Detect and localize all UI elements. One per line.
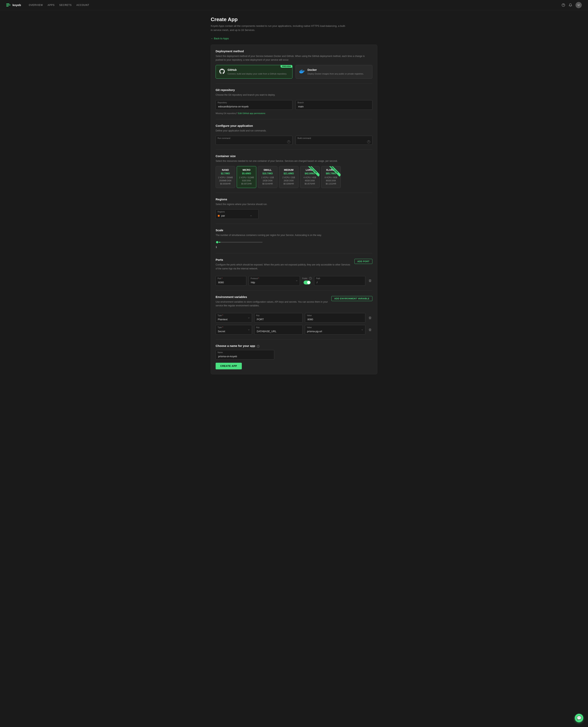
deploy-option-docker[interactable]: Docker Deploy Docker images from any pub… <box>296 65 372 79</box>
add-env-var-button[interactable]: ADD ENVIRONMENT VARIABLE <box>331 296 372 301</box>
build-command-input[interactable] <box>298 140 367 143</box>
size-option-medium[interactable]: MEDIUM $21.4/MO 2 VCPU / 2GB 20GB DISK $… <box>279 166 298 188</box>
port-field-wrap: Port <box>216 276 246 286</box>
nav-overview[interactable]: OVERVIEW <box>29 3 43 7</box>
github-icon <box>219 68 225 75</box>
env-var-row-1: Type Plaintext Secret Key Value prisma-p… <box>216 325 372 335</box>
run-command-field: ? <box>216 136 292 145</box>
size-option-nano[interactable]: NANO $2.7/MO 1 VCPU / 256MB 2500MB DISK … <box>216 166 235 188</box>
size-option-large[interactable]: COMING SOON LARGE $42.9/MO 4 VCPU / 4GB … <box>300 166 320 188</box>
env-value-select-1[interactable]: prisma-pg-url <box>305 325 365 335</box>
protocol-select[interactable]: http https tcp <box>249 276 300 286</box>
user-avatar[interactable]: U <box>575 2 582 8</box>
main-content: Create App Koyeb Apps contain all the co… <box>206 10 382 381</box>
configure-app-desc: Define your application build and run co… <box>216 129 372 133</box>
github-desc: Connect, build and deploy your code from… <box>228 72 287 76</box>
port-input[interactable] <box>216 276 246 286</box>
env-type-select-1[interactable]: Plaintext Secret <box>216 325 252 335</box>
public-label: Public ? <box>302 277 312 280</box>
docker-title: Docker <box>308 68 364 72</box>
build-command-help-icon[interactable]: ? <box>367 140 370 143</box>
app-name-section: Choose a name for your app ? Name CREATE… <box>216 344 372 369</box>
scale-slider[interactable] <box>216 242 262 243</box>
delete-env-var-1[interactable] <box>368 327 372 332</box>
size-name: SMALL <box>260 169 275 171</box>
nav-links: OVERVIEW APPS SECRETS ACCOUNT <box>29 3 562 7</box>
coming-soon-wrap: COMING SOON <box>329 166 340 178</box>
app-name-help-icon[interactable]: ? <box>257 345 259 348</box>
regions-select-wrap: Regions par <box>216 209 259 219</box>
chat-icon: 💬 <box>577 716 582 720</box>
nav-account[interactable]: ACCOUNT <box>77 3 89 7</box>
path-input[interactable] <box>314 276 365 286</box>
size-price: $5.4/MO <box>239 172 254 175</box>
size-vcpu: 1 VCPU / 512MB <box>239 176 254 179</box>
size-disk: 10GB DISK <box>260 179 275 182</box>
app-name-input[interactable] <box>216 350 274 360</box>
ports-header: Ports Configure the ports which should b… <box>216 258 372 274</box>
create-app-button[interactable]: CREATE APP <box>216 363 242 369</box>
env-key-input-1[interactable] <box>254 325 302 335</box>
public-toggle[interactable] <box>303 281 311 284</box>
toggle-knob <box>307 281 310 284</box>
container-size-options: NANO $2.7/MO 1 VCPU / 256MB 2500MB DISK … <box>216 166 372 188</box>
coming-soon-wrap: COMING SOON <box>308 166 319 178</box>
github-option-content: GitHub Connect, build and deploy your co… <box>228 68 287 76</box>
run-command-help-icon[interactable]: ? <box>287 140 290 143</box>
trash-icon <box>369 316 372 320</box>
scale-value: 1 <box>216 245 372 248</box>
page-subtitle: Koyeb Apps contain all the components ne… <box>211 24 348 32</box>
size-rate: $0.0576/HR <box>302 182 317 185</box>
edit-github-permissions-link[interactable]: Edit GitHub app permissions <box>238 112 265 115</box>
nav-secrets[interactable]: SECRETS <box>59 3 71 7</box>
env-vars-title: Environment variables <box>216 295 328 299</box>
size-disk: 20GB DISK <box>281 179 296 182</box>
git-repo-fields: Repository Branch <box>216 100 372 110</box>
env-key-input-0[interactable] <box>254 313 302 323</box>
scale-title: Scale <box>216 228 372 232</box>
size-option-xlarge[interactable]: COMING SOON XLARGE $85.7/MO 8 VCPU / 8GB… <box>321 166 341 188</box>
add-port-button[interactable]: ADD PORT <box>354 259 372 264</box>
deploy-option-github[interactable]: PREVIEW GitHub Connect, build and deploy… <box>216 65 292 79</box>
brand-name: koyeb <box>13 3 21 7</box>
build-command-field: ? <box>296 136 372 145</box>
docker-desc: Deploy Docker images from any public or … <box>308 72 364 76</box>
delete-port-button[interactable] <box>368 278 372 283</box>
container-size-desc: Select the resources needed to run one c… <box>216 159 372 163</box>
size-option-micro[interactable]: MICRO $5.4/MO 1 VCPU / 512MB 5GB DISK $0… <box>237 166 256 188</box>
public-help-icon[interactable]: ? <box>309 277 312 280</box>
public-field: Public ? <box>302 277 312 284</box>
repository-input[interactable] <box>216 100 292 110</box>
regions-field[interactable]: par <box>216 209 259 219</box>
size-disk: 80GB DISK <box>323 179 339 182</box>
size-vcpu: 1 VCPU / 1GB <box>260 176 275 179</box>
branch-input[interactable] <box>296 100 372 110</box>
protocol-field-wrap: Protocol http https tcp <box>249 276 300 286</box>
size-rate: $0.0036/HR <box>218 182 233 185</box>
preview-badge: PREVIEW <box>280 65 292 68</box>
env-value-input-0[interactable] <box>305 313 365 323</box>
bell-icon[interactable] <box>568 3 572 7</box>
chat-button[interactable]: 💬 <box>575 714 583 722</box>
env-type-wrap-0: Type Plaintext Secret <box>216 313 252 323</box>
logo[interactable]: koyeb <box>6 3 21 7</box>
help-icon[interactable] <box>562 3 565 7</box>
delete-env-var-0[interactable] <box>368 316 372 320</box>
regions-desc: Select the regions where your Service sh… <box>216 202 372 206</box>
missing-repo-text: Missing Git repository? Edit GitHub app … <box>216 112 372 115</box>
env-vars-section: Environment variables Use environment va… <box>216 295 372 335</box>
ports-desc: Configure the ports which should be expo… <box>216 263 351 270</box>
size-option-small[interactable]: SMALL $10.7/MO 1 VCPU / 1GB 10GB DISK $0… <box>258 166 277 188</box>
configure-app-title: Configure your application <box>216 124 372 127</box>
regions-section: Regions Select the regions where your Se… <box>216 198 372 219</box>
env-type-select-0[interactable]: Plaintext Secret <box>216 313 252 323</box>
env-key-wrap-0: Key <box>254 313 302 323</box>
run-command-input[interactable] <box>218 140 287 143</box>
size-vcpu: 1 VCPU / 256MB <box>218 176 233 179</box>
logo-icon <box>6 3 11 7</box>
create-app-card: Deployment method Select the deployment … <box>211 45 377 375</box>
back-to-apps-link[interactable]: ← Back to Apps <box>211 37 229 40</box>
env-var-row-0: Type Plaintext Secret Key Value <box>216 313 372 323</box>
nav-apps[interactable]: APPS <box>48 3 55 7</box>
git-repo-section: Git repository Choose the Git repository… <box>216 88 372 114</box>
